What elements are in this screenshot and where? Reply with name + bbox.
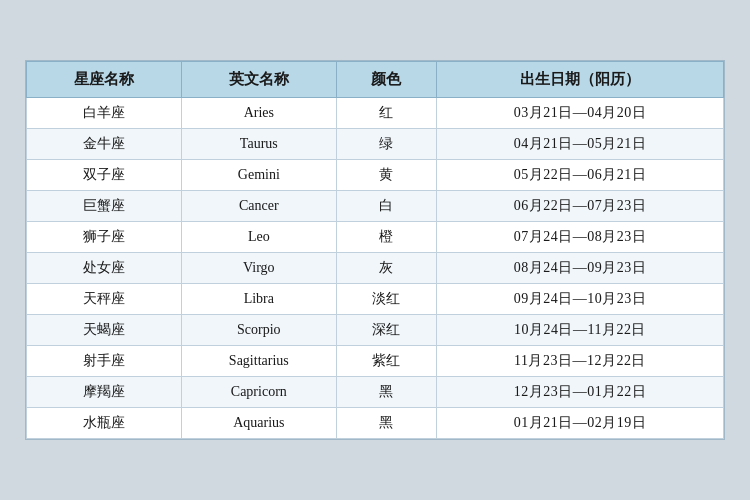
cell-english: Virgo	[181, 253, 336, 284]
table-row: 天蝎座Scorpio深红10月24日—11月22日	[27, 315, 724, 346]
table-row: 巨蟹座Cancer白06月22日—07月23日	[27, 191, 724, 222]
header-chinese: 星座名称	[27, 62, 182, 98]
header-english: 英文名称	[181, 62, 336, 98]
cell-date: 03月21日—04月20日	[436, 98, 723, 129]
table-row: 白羊座Aries红03月21日—04月20日	[27, 98, 724, 129]
table-row: 狮子座Leo橙07月24日—08月23日	[27, 222, 724, 253]
table-row: 双子座Gemini黄05月22日—06月21日	[27, 160, 724, 191]
cell-chinese: 双子座	[27, 160, 182, 191]
cell-english: Leo	[181, 222, 336, 253]
cell-date: 09月24日—10月23日	[436, 284, 723, 315]
cell-chinese: 白羊座	[27, 98, 182, 129]
cell-color: 白	[336, 191, 436, 222]
cell-english: Sagittarius	[181, 346, 336, 377]
cell-date: 07月24日—08月23日	[436, 222, 723, 253]
cell-chinese: 水瓶座	[27, 408, 182, 439]
cell-english: Taurus	[181, 129, 336, 160]
cell-color: 黑	[336, 408, 436, 439]
cell-date: 12月23日—01月22日	[436, 377, 723, 408]
cell-english: Cancer	[181, 191, 336, 222]
cell-chinese: 天蝎座	[27, 315, 182, 346]
cell-date: 10月24日—11月22日	[436, 315, 723, 346]
cell-english: Libra	[181, 284, 336, 315]
cell-chinese: 射手座	[27, 346, 182, 377]
table-row: 处女座Virgo灰08月24日—09月23日	[27, 253, 724, 284]
cell-chinese: 巨蟹座	[27, 191, 182, 222]
cell-chinese: 摩羯座	[27, 377, 182, 408]
zodiac-table-container: 星座名称 英文名称 颜色 出生日期（阳历） 白羊座Aries红03月21日—04…	[25, 60, 725, 440]
cell-date: 01月21日—02月19日	[436, 408, 723, 439]
cell-chinese: 天秤座	[27, 284, 182, 315]
cell-date: 11月23日—12月22日	[436, 346, 723, 377]
cell-date: 08月24日—09月23日	[436, 253, 723, 284]
cell-color: 紫红	[336, 346, 436, 377]
cell-color: 深红	[336, 315, 436, 346]
table-row: 水瓶座Aquarius黑01月21日—02月19日	[27, 408, 724, 439]
cell-color: 黑	[336, 377, 436, 408]
cell-color: 橙	[336, 222, 436, 253]
zodiac-table: 星座名称 英文名称 颜色 出生日期（阳历） 白羊座Aries红03月21日—04…	[26, 61, 724, 439]
cell-english: Gemini	[181, 160, 336, 191]
cell-color: 黄	[336, 160, 436, 191]
cell-chinese: 金牛座	[27, 129, 182, 160]
cell-date: 04月21日—05月21日	[436, 129, 723, 160]
table-row: 金牛座Taurus绿04月21日—05月21日	[27, 129, 724, 160]
cell-color: 绿	[336, 129, 436, 160]
cell-date: 05月22日—06月21日	[436, 160, 723, 191]
cell-english: Aquarius	[181, 408, 336, 439]
cell-date: 06月22日—07月23日	[436, 191, 723, 222]
table-body: 白羊座Aries红03月21日—04月20日金牛座Taurus绿04月21日—0…	[27, 98, 724, 439]
header-color: 颜色	[336, 62, 436, 98]
cell-color: 淡红	[336, 284, 436, 315]
cell-color: 红	[336, 98, 436, 129]
cell-english: Aries	[181, 98, 336, 129]
cell-color: 灰	[336, 253, 436, 284]
cell-english: Capricorn	[181, 377, 336, 408]
cell-english: Scorpio	[181, 315, 336, 346]
table-row: 射手座Sagittarius紫红11月23日—12月22日	[27, 346, 724, 377]
header-date: 出生日期（阳历）	[436, 62, 723, 98]
table-row: 天秤座Libra淡红09月24日—10月23日	[27, 284, 724, 315]
table-header-row: 星座名称 英文名称 颜色 出生日期（阳历）	[27, 62, 724, 98]
cell-chinese: 狮子座	[27, 222, 182, 253]
table-row: 摩羯座Capricorn黑12月23日—01月22日	[27, 377, 724, 408]
cell-chinese: 处女座	[27, 253, 182, 284]
